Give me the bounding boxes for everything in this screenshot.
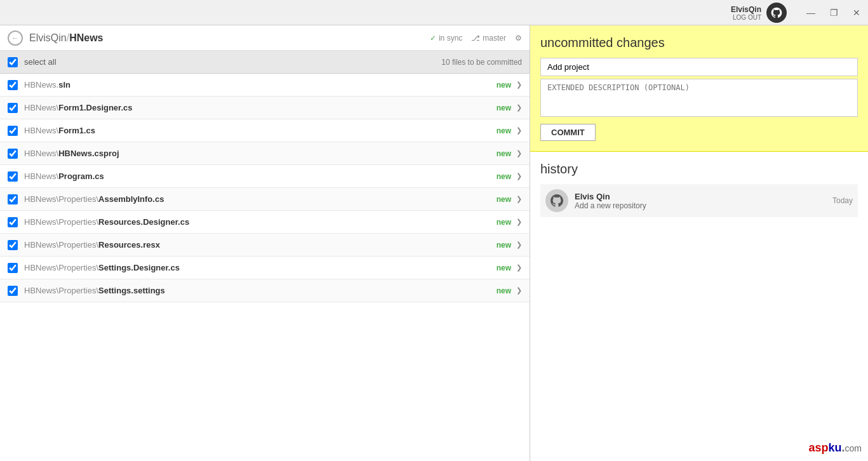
file-status: new xyxy=(497,218,511,227)
close-button[interactable]: ✕ xyxy=(845,0,868,25)
logout-link[interactable]: LOG OUT xyxy=(733,14,761,21)
window-controls: — ❐ ✕ xyxy=(799,0,868,25)
file-status: new xyxy=(497,264,511,272)
file-path-prefix: HBNews\Properties\ xyxy=(24,217,98,227)
file-path-prefix: HBNews\Properties\ xyxy=(24,194,98,204)
username: ElvisQin xyxy=(731,5,761,14)
table-row: HBNews.sln new ❯ xyxy=(0,74,530,97)
file-checkbox[interactable] xyxy=(8,240,18,250)
file-path: HBNews\Properties\Settings.Designer.cs xyxy=(24,263,497,272)
file-expand-icon[interactable]: ❯ xyxy=(516,172,522,180)
file-checkbox[interactable] xyxy=(8,103,18,113)
sync-status: ✓ in sync xyxy=(430,34,462,43)
left-panel: ← ElvisQin/HNews ✓ in sync ⎇ master ⚙ se… xyxy=(0,25,530,461)
file-path: HBNews\Properties\AssemblyInfo.cs xyxy=(24,194,497,204)
list-item: Elvis Qin Add a new repository Today xyxy=(545,189,853,212)
commit-button[interactable]: COMMIT xyxy=(540,124,596,141)
sync-label: in sync xyxy=(439,34,462,43)
file-expand-icon[interactable]: ❯ xyxy=(516,286,522,295)
file-path-bold: Settings.settings xyxy=(98,286,165,295)
file-path-prefix: HBNews\Properties\ xyxy=(24,286,98,295)
file-expand-icon[interactable]: ❯ xyxy=(516,104,522,112)
file-status: new xyxy=(497,126,511,135)
table-row: HBNews\Properties\Resources.Designer.cs … xyxy=(0,211,530,234)
table-row: HBNews\HBNews.csproj new ❯ xyxy=(0,142,530,165)
file-expand-icon[interactable]: ❯ xyxy=(516,195,522,203)
file-expand-icon[interactable]: ❯ xyxy=(516,264,522,272)
main-container: ← ElvisQin/HNews ✓ in sync ⎇ master ⚙ se… xyxy=(0,25,868,461)
file-checkbox[interactable] xyxy=(8,217,18,227)
file-path-bold: Program.cs xyxy=(58,171,104,181)
file-checkbox[interactable] xyxy=(8,80,18,90)
uncommitted-section: uncommitted changes COMMIT xyxy=(530,25,868,152)
file-expand-icon[interactable]: ❯ xyxy=(516,218,522,226)
file-expand-icon[interactable]: ❯ xyxy=(516,126,522,135)
commit-summary-input[interactable] xyxy=(540,58,858,76)
file-path-bold: sln xyxy=(58,80,70,90)
file-status: new xyxy=(497,195,511,204)
repo-org: ElvisQin xyxy=(29,32,67,43)
repo-name: HNews xyxy=(69,32,103,43)
file-checkbox[interactable] xyxy=(8,149,18,159)
watermark-ku: ku xyxy=(829,441,842,454)
avatar xyxy=(545,189,568,212)
history-author: Elvis Qin xyxy=(575,192,826,201)
file-status: new xyxy=(497,286,511,295)
file-path: HBNews\Form1.Designer.cs xyxy=(24,103,497,112)
back-button[interactable]: ← xyxy=(8,30,23,46)
file-path-prefix: HBNews\ xyxy=(24,149,58,158)
history-message: Add a new repository xyxy=(575,201,826,210)
file-path: HBNews\Form1.cs xyxy=(24,126,497,135)
branch-label: master xyxy=(483,34,506,43)
file-expand-icon[interactable]: ❯ xyxy=(516,149,522,157)
app-header: ← ElvisQin/HNews ✓ in sync ⎇ master ⚙ xyxy=(0,25,530,51)
history-date: Today xyxy=(832,196,853,205)
file-path: HBNews\Properties\Settings.settings xyxy=(24,286,497,295)
table-row: HBNews\Form1.cs new ❯ xyxy=(0,119,530,142)
file-path: HBNews.sln xyxy=(24,80,497,90)
table-row: HBNews\Properties\Resources.resx new ❯ xyxy=(0,234,530,257)
table-row: HBNews\Program.cs new ❯ xyxy=(0,165,530,188)
file-path: HBNews\Properties\Resources.resx xyxy=(24,240,497,250)
settings-icon[interactable]: ⚙ xyxy=(515,34,522,43)
table-row: HBNews\Properties\Settings.Designer.cs n… xyxy=(0,257,530,279)
commit-desc-input[interactable] xyxy=(540,79,858,117)
maximize-button[interactable]: ❐ xyxy=(822,0,845,25)
sync-icon: ✓ xyxy=(430,34,436,43)
file-checkbox[interactable] xyxy=(8,263,18,273)
file-path-bold: Settings.Designer.cs xyxy=(98,263,180,272)
table-row: HBNews\Form1.Designer.cs new ❯ xyxy=(0,97,530,119)
file-status: new xyxy=(497,241,511,250)
file-path-bold: Form1.cs xyxy=(58,126,95,135)
uncommitted-title: uncommitted changes xyxy=(540,36,858,50)
files-count: 10 files to be committed xyxy=(441,58,522,67)
table-row: HBNews\Properties\Settings.settings new … xyxy=(0,279,530,302)
file-path-prefix: HBNews. xyxy=(24,80,58,90)
watermark-com: com xyxy=(845,443,862,453)
file-checkbox[interactable] xyxy=(8,171,18,182)
right-panel: uncommitted changes COMMIT history Elvis… xyxy=(530,25,868,461)
history-title: history xyxy=(540,162,858,177)
user-info: ElvisQin LOG OUT xyxy=(731,5,761,21)
file-status: new xyxy=(497,104,511,112)
file-path-prefix: HBNews\ xyxy=(24,171,58,181)
file-path: HBNews\Program.cs xyxy=(24,171,497,181)
repo-title: ElvisQin/HNews xyxy=(29,32,430,44)
file-checkbox[interactable] xyxy=(8,194,18,204)
history-item: Elvis Qin Add a new repository Today xyxy=(540,184,858,217)
file-checkbox[interactable] xyxy=(8,126,18,136)
select-all-checkbox[interactable] xyxy=(8,57,18,67)
file-expand-icon[interactable]: ❯ xyxy=(516,81,522,89)
file-checkbox[interactable] xyxy=(8,286,18,296)
top-bar: ElvisQin LOG OUT — ❐ ✕ xyxy=(0,0,868,25)
file-path-bold: AssemblyInfo.cs xyxy=(98,194,164,204)
file-path-prefix: HBNews\ xyxy=(24,103,58,112)
minimize-button[interactable]: — xyxy=(799,0,822,25)
file-path-prefix: HBNews\Properties\ xyxy=(24,263,98,272)
select-all-label: select all xyxy=(24,57,441,67)
file-expand-icon[interactable]: ❯ xyxy=(516,241,522,249)
file-path-bold: Resources.resx xyxy=(98,240,160,250)
branch-icon: ⎇ xyxy=(471,34,480,43)
header-status: ✓ in sync ⎇ master ⚙ xyxy=(430,34,522,43)
file-path-prefix: HBNews\ xyxy=(24,126,58,135)
